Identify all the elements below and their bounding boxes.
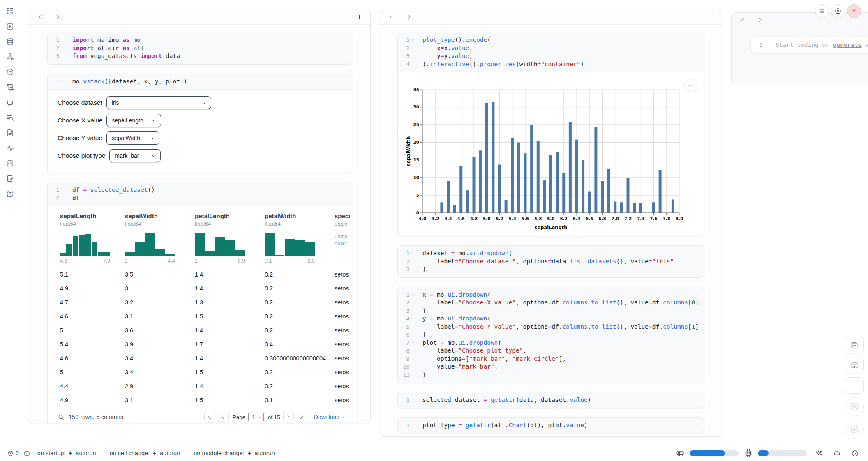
chart-bar[interactable] bbox=[607, 169, 610, 213]
sidebar-chat-button[interactable] bbox=[3, 95, 17, 109]
chart-bar[interactable] bbox=[498, 165, 501, 213]
code-editor[interactable]: 1selected_dataset = getattr(data, datase… bbox=[398, 392, 704, 408]
chart-bar[interactable] bbox=[505, 200, 508, 213]
fold-chevron-icon[interactable] bbox=[410, 251, 415, 256]
table-row[interactable]: 4.93.11.50.1setos bbox=[48, 393, 352, 407]
table-row[interactable]: 4.42.91.40.2setos bbox=[48, 379, 352, 393]
chart-bar[interactable] bbox=[582, 160, 584, 213]
chart-bar[interactable] bbox=[537, 141, 540, 213]
chart-bar[interactable] bbox=[479, 150, 482, 213]
notebook-cell[interactable]: 1import marimo as mo2import altair as al… bbox=[47, 32, 352, 65]
bar-chart[interactable]: 4.04.24.44.64.85.05.25.45.65.86.06.26.46… bbox=[404, 78, 699, 231]
chart-bar[interactable] bbox=[672, 199, 674, 213]
shutdown-button[interactable] bbox=[847, 4, 861, 18]
notebook-cell[interactable]: 1x = mo.ui.dropdown(2 label="Choose X va… bbox=[397, 287, 704, 383]
download-button[interactable]: Download bbox=[314, 414, 346, 420]
scroll-right-button[interactable] bbox=[755, 15, 765, 25]
layout-button[interactable] bbox=[845, 357, 864, 373]
chart-bar[interactable] bbox=[652, 202, 655, 213]
ai-button[interactable] bbox=[813, 447, 825, 459]
table-row[interactable]: 53.41.50.2setos bbox=[48, 365, 352, 379]
chart-bar[interactable] bbox=[530, 125, 533, 213]
code-editor[interactable]: 1import marimo as mo2import altair as al… bbox=[48, 32, 352, 64]
chart-bar[interactable] bbox=[459, 166, 462, 213]
chart-bar[interactable] bbox=[517, 143, 520, 213]
code-editor[interactable]: 1plot_type().encode(2 x=x.value,3 y=y.va… bbox=[398, 32, 704, 72]
sidebar-find-replace-button[interactable] bbox=[3, 111, 17, 124]
runtime-config-segment[interactable]: on startup:autorun bbox=[36, 450, 98, 456]
next-page-button[interactable] bbox=[283, 412, 294, 422]
notebook-cell[interactable]: 1plot_type().encode(2 x=x.value,3 y=y.va… bbox=[397, 32, 704, 236]
add-cell-button[interactable] bbox=[354, 12, 365, 22]
chart-bar[interactable] bbox=[485, 103, 488, 213]
chart-bar[interactable] bbox=[601, 181, 604, 213]
code-editor[interactable]: 1dataset = mo.ui.dropdown(2 label="Choos… bbox=[398, 246, 704, 277]
notebook-cell[interactable]: 1Start coding or generate with AI. bbox=[750, 37, 868, 53]
chart-bar[interactable] bbox=[639, 203, 642, 213]
code-editor[interactable]: 1x = mo.ui.dropdown(2 label="Choose X va… bbox=[398, 287, 704, 383]
chart-bar[interactable] bbox=[466, 190, 469, 213]
scroll-left-button[interactable] bbox=[35, 12, 46, 22]
table-column-header[interactable]: sepalWidthfloat6424.4 bbox=[125, 212, 195, 267]
scroll-right-button[interactable] bbox=[52, 12, 63, 22]
chart-bar[interactable] bbox=[440, 202, 443, 213]
sidebar-documentation-button[interactable] bbox=[3, 126, 17, 140]
dropdown-select[interactable]: sepalWidth bbox=[106, 131, 159, 145]
prev-page-button[interactable] bbox=[218, 412, 229, 422]
sidebar-dependency-graph-button[interactable] bbox=[3, 50, 17, 64]
runtime-config-segment[interactable]: on cell change:autorun bbox=[108, 450, 182, 456]
chart-bar[interactable] bbox=[575, 140, 578, 213]
chart-bar[interactable] bbox=[543, 180, 546, 213]
sidebar-datasources-button[interactable] bbox=[3, 35, 17, 48]
notebook-cell[interactable]: 1selected_dataset = getattr(data, datase… bbox=[397, 392, 704, 408]
sidebar-file-tree-button[interactable] bbox=[3, 4, 17, 18]
chart-bar[interactable] bbox=[524, 153, 527, 213]
chart-bar[interactable] bbox=[659, 170, 662, 213]
chart-bar[interactable] bbox=[511, 138, 514, 213]
sidebar-help-button[interactable] bbox=[3, 187, 17, 201]
table-column-header[interactable]: sepalLengthfloat644.37.9 bbox=[60, 212, 125, 267]
chart-bar[interactable] bbox=[562, 173, 565, 213]
chart-bar[interactable] bbox=[549, 155, 552, 213]
copilot-button[interactable] bbox=[831, 447, 843, 459]
sidebar-logs-button[interactable] bbox=[3, 80, 17, 94]
stop-button[interactable] bbox=[845, 397, 864, 416]
dropdown-select[interactable]: iris bbox=[106, 96, 211, 109]
notebook-cell[interactable]: 1df = selected_dataset()2dfsepalLengthfl… bbox=[47, 182, 352, 423]
chart-bar[interactable] bbox=[633, 203, 636, 213]
table-row[interactable]: 4.63.41.40.30000000000000004setos bbox=[48, 351, 352, 365]
errors-button[interactable]: 0 bbox=[5, 447, 21, 459]
run-button[interactable] bbox=[845, 420, 864, 439]
keyboard-shortcuts-button[interactable] bbox=[845, 377, 864, 394]
last-page-button[interactable] bbox=[297, 412, 307, 422]
runtime-config-segment[interactable]: on module change:autorun bbox=[192, 450, 284, 456]
fold-chevron-icon[interactable] bbox=[410, 340, 415, 346]
sidebar-packages-button[interactable] bbox=[3, 65, 17, 79]
dropdown-select[interactable]: mark_bar bbox=[109, 149, 161, 162]
chart-bar[interactable] bbox=[588, 192, 591, 213]
table-row[interactable]: 4.931.40.2setos bbox=[48, 281, 352, 295]
sidebar-tracing-button[interactable] bbox=[3, 141, 17, 155]
scroll-right-button[interactable] bbox=[403, 12, 414, 22]
notebook-cell[interactable]: 1mo.vstack([dataset, x, y, plot])Choose … bbox=[47, 74, 352, 173]
table-column-header[interactable]: petalWidthfloat640.12.5 bbox=[265, 212, 335, 267]
code-editor[interactable]: 1df = selected_dataset()2df bbox=[48, 182, 352, 206]
fold-chevron-icon[interactable] bbox=[410, 316, 415, 321]
add-cell-button[interactable] bbox=[705, 12, 716, 22]
chart-bar[interactable] bbox=[453, 205, 456, 213]
code-editor[interactable]: 1Start coding or generate with AI. bbox=[751, 37, 868, 53]
chart-bar[interactable] bbox=[620, 202, 623, 213]
table-row[interactable]: 5.43.91.70.4setos bbox=[48, 337, 352, 351]
chart-bar[interactable] bbox=[473, 157, 476, 213]
table-row[interactable]: 4.73.21.30.2setos bbox=[48, 295, 352, 309]
dropdown-select[interactable]: sepalLength bbox=[106, 114, 161, 127]
connection-status-button[interactable] bbox=[849, 447, 861, 459]
table-row[interactable]: 5.13.51.40.2setos bbox=[48, 267, 352, 281]
chart-bar[interactable] bbox=[492, 102, 494, 213]
first-page-button[interactable] bbox=[204, 412, 215, 422]
code-editor[interactable]: 1mo.vstack([dataset, x, y, plot]) bbox=[48, 74, 352, 90]
menu-button[interactable] bbox=[815, 4, 829, 18]
fold-chevron-icon[interactable] bbox=[410, 292, 415, 297]
chart-bar[interactable] bbox=[556, 152, 559, 213]
sidebar-scratchpad-button[interactable] bbox=[3, 171, 17, 185]
